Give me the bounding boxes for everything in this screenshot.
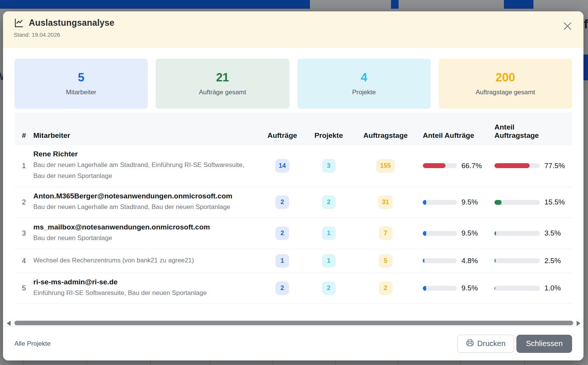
background-table-strip bbox=[0, 360, 588, 365]
stat-card-auftragstage: 200 Auftragstage gesamt bbox=[439, 59, 572, 109]
printer-icon bbox=[466, 339, 474, 349]
table-row: 4 Wechsel des Rechenzentrums (von bank21… bbox=[14, 249, 572, 273]
orders-badge: 14 bbox=[275, 159, 290, 173]
horizontal-scrollbar[interactable] bbox=[3, 320, 583, 326]
employee-name: ri-se-ms-admin@ri-se.de bbox=[33, 278, 261, 286]
dialog-title: Auslastungsanalyse bbox=[29, 18, 114, 28]
order-days-badge: 2 bbox=[379, 281, 393, 295]
table-row: 3 ms_mailbox@notesanwendungen.onmicrosof… bbox=[14, 218, 572, 249]
order-days-badge: 31 bbox=[378, 195, 393, 209]
order-days-share-value: 3.5% bbox=[544, 229, 561, 237]
orders-share-value: 66.7% bbox=[461, 162, 482, 170]
utilization-table: # Mitarbeiter Aufträge Projekte Auftrags… bbox=[14, 112, 572, 304]
employee-name: Rene Richter bbox=[33, 150, 261, 158]
projects-badge: 2 bbox=[322, 195, 336, 209]
utilization-analysis-dialog: Auslastungsanalyse Stand: 19.04.2026 5 M… bbox=[3, 11, 583, 360]
projects-filter-label: Alle Projekte bbox=[14, 340, 50, 348]
order-days-badge: 155 bbox=[376, 159, 394, 173]
orders-share-bar bbox=[423, 231, 457, 236]
orders-badge: 2 bbox=[275, 195, 289, 209]
table-row: 2 Anton.M365Berger@notesanwendungen.onmi… bbox=[14, 187, 572, 218]
employee-cell: Rene Richter Bau der neuen Lagerhalle am… bbox=[33, 150, 261, 182]
employee-projects: Einführung RI-SE Softwaresuite, Bau der … bbox=[33, 288, 246, 299]
employee-projects: Bau der neuen Lagerhalle am Stadtrand, E… bbox=[33, 160, 246, 182]
orders-share-value: 9.5% bbox=[461, 229, 478, 237]
orders-share-value: 9.5% bbox=[461, 284, 478, 292]
projects-badge: 1 bbox=[322, 254, 336, 268]
order-days-share-value: 1.0% bbox=[544, 284, 561, 292]
order-days-share-bar bbox=[494, 200, 540, 205]
summary-cards: 5 Mitarbeiter 21 Aufträge gesamt 4 Proje… bbox=[14, 59, 572, 109]
projects-badge: 2 bbox=[322, 281, 336, 295]
employee-projects: Bau der neuen Sportanlage bbox=[33, 233, 246, 244]
orders-share-bar bbox=[423, 200, 457, 205]
orders-share-bar bbox=[423, 286, 457, 291]
order-days-share-bar bbox=[494, 258, 540, 263]
table-row: 5 ri-se-ms-admin@ri-se.de Einführung RI-… bbox=[14, 273, 572, 304]
background-text-fragment: f bbox=[584, 17, 588, 31]
print-button-label: Drucken bbox=[477, 339, 505, 348]
background-accent bbox=[583, 55, 588, 80]
print-button[interactable]: Drucken bbox=[457, 335, 514, 353]
order-days-share-value: 77.5% bbox=[544, 162, 565, 170]
stat-label: Auftragstage gesamt bbox=[475, 89, 535, 96]
dialog-header: Auslastungsanalyse Stand: 19.04.2026 bbox=[3, 11, 583, 48]
column-header-anteil-auftraege: Anteil Aufträge bbox=[417, 131, 490, 140]
employee-cell: Wechsel des Rechenzentrums (von bank21 z… bbox=[33, 255, 261, 266]
stat-value: 5 bbox=[78, 72, 84, 83]
stat-value: 4 bbox=[361, 72, 367, 83]
row-rank: 1 bbox=[14, 162, 33, 170]
table-row: 1 Rene Richter Bau der neuen Lagerhalle … bbox=[14, 145, 572, 187]
schliessen-button[interactable]: Schliessen bbox=[516, 335, 572, 353]
row-rank: 5 bbox=[14, 284, 33, 292]
close-icon[interactable] bbox=[561, 20, 574, 33]
employee-cell: Anton.M365Berger@notesanwendungen.onmicr… bbox=[33, 192, 261, 213]
row-rank: 4 bbox=[14, 257, 33, 265]
column-header-mitarbeiter: Mitarbeiter bbox=[33, 131, 261, 140]
order-days-share-bar bbox=[494, 163, 540, 168]
projects-badge: 1 bbox=[322, 226, 336, 240]
background-navbar-block bbox=[310, 0, 391, 9]
column-header-rank: # bbox=[14, 131, 33, 140]
background-navbar-block bbox=[399, 0, 504, 9]
order-days-share-value: 2.5% bbox=[544, 257, 561, 265]
dialog-body: 5 Mitarbeiter 21 Aufträge gesamt 4 Proje… bbox=[3, 48, 583, 320]
scroll-right-arrow-icon[interactable] bbox=[577, 321, 580, 326]
employee-projects: Wechsel des Rechenzentrums (von bank21 z… bbox=[33, 255, 246, 266]
background-navbar-block bbox=[533, 0, 588, 9]
employee-cell: ri-se-ms-admin@ri-se.de Einführung RI-SE… bbox=[33, 278, 261, 299]
row-rank: 3 bbox=[14, 229, 33, 237]
orders-badge: 2 bbox=[275, 226, 289, 240]
stat-card-projekte: 4 Projekte bbox=[297, 59, 431, 109]
column-header-auftraege: Aufträge bbox=[261, 131, 303, 140]
scrollbar-thumb[interactable] bbox=[14, 321, 573, 325]
column-header-anteil-auftragstage: Anteil Auftragstage bbox=[490, 123, 547, 140]
stat-value: 21 bbox=[216, 72, 229, 83]
orders-badge: 1 bbox=[275, 254, 289, 268]
order-days-share-bar bbox=[494, 286, 540, 291]
orders-share-value: 9.5% bbox=[461, 198, 478, 206]
line-chart-icon bbox=[14, 18, 24, 28]
orders-share-bar bbox=[423, 258, 457, 263]
orders-share-bar bbox=[423, 163, 457, 168]
order-days-share-bar bbox=[494, 231, 540, 236]
stat-label: Mitarbeiter bbox=[66, 89, 96, 96]
order-days-badge: 7 bbox=[379, 226, 393, 240]
dialog-subtitle: Stand: 19.04.2026 bbox=[14, 31, 573, 38]
projects-badge: 3 bbox=[322, 159, 336, 173]
scroll-left-arrow-icon[interactable] bbox=[7, 321, 11, 326]
orders-share-value: 4.8% bbox=[461, 257, 478, 265]
order-days-share-value: 15.5% bbox=[544, 198, 565, 206]
dialog-footer: Alle Projekte Drucken Schliessen bbox=[3, 326, 583, 360]
employee-name: Anton.M365Berger@notesanwendungen.onmicr… bbox=[33, 192, 261, 200]
stat-label: Projekte bbox=[352, 89, 375, 96]
column-header-auftragstage: Auftragstage bbox=[354, 131, 417, 140]
table-header-row: # Mitarbeiter Aufträge Projekte Auftrags… bbox=[14, 112, 572, 145]
stat-value: 200 bbox=[496, 72, 515, 83]
employee-name: ms_mailbox@notesanwendungen.onmicrosoft.… bbox=[33, 223, 261, 231]
stat-card-auftraege: 21 Aufträge gesamt bbox=[156, 59, 289, 109]
employee-projects: Bau der neuen Lagerhalle am Stadtrand, B… bbox=[33, 202, 246, 213]
order-days-badge: 5 bbox=[379, 254, 393, 268]
employee-cell: ms_mailbox@notesanwendungen.onmicrosoft.… bbox=[33, 223, 261, 244]
row-rank: 2 bbox=[14, 198, 33, 206]
